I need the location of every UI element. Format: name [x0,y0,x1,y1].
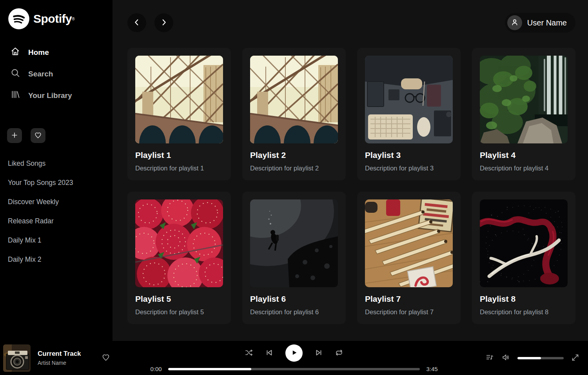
playlist-card[interactable]: Playlist 4 Description for playlist 4 [472,48,575,180]
play-button[interactable] [285,344,303,362]
volume-icon [501,353,510,363]
sidebar-playlist-item[interactable]: Discover Weekly [7,192,105,212]
spotify-logo-icon [8,8,30,30]
plus-icon [11,131,18,140]
sidebar-playlist-item[interactable]: Your Top Songs 2023 [7,173,105,192]
nav-label: Home [28,48,49,57]
playlist-title: Playlist 1 [135,150,223,160]
elapsed-time: 0:00 [149,366,163,372]
playlist-cover-desk-flatlay [365,56,453,143]
sidebar: Spotify® Home Search [0,0,113,341]
skip-forward-icon [314,348,323,358]
user-avatar [507,15,522,30]
playlist-cover-strawberries [135,199,223,287]
playlist-description: Description for playlist 3 [365,164,453,172]
create-playlist-button[interactable] [7,128,22,143]
playlist-title: Playlist 3 [365,150,453,160]
playlist-description: Description for playlist 6 [250,308,338,316]
total-time: 3:45 [425,366,439,372]
person-icon [510,18,519,28]
progress-bar[interactable] [168,368,420,370]
playlist-title: Playlist 5 [135,294,223,304]
now-playing: Current Track Artist Name [3,344,110,372]
repeat-button[interactable] [335,348,343,358]
brand-name: Spotify [33,12,72,25]
sidebar-playlist-item[interactable]: Release Radar [7,212,105,231]
progress-fill [168,368,251,370]
playlist-description: Description for playlist 2 [250,164,338,172]
nav-label: Your Library [28,91,72,100]
playlist-title: Playlist 4 [480,150,568,160]
sidebar-nav: Home Search Your Library [7,42,105,106]
shuffle-icon [245,348,253,358]
search-icon [10,68,20,80]
shuffle-button[interactable] [245,348,253,358]
playlist-description: Description for playlist 5 [135,308,223,316]
playlist-title: Playlist 6 [250,294,338,304]
playlist-cover-antler [480,199,568,287]
playlist-description: Description for playlist 7 [365,308,453,316]
player-bar: Current Track Artist Name [0,341,588,375]
nav-label: Search [28,70,53,78]
previous-button[interactable] [265,348,274,358]
playlist-description: Description for playlist 8 [480,308,568,316]
next-button[interactable] [314,348,323,358]
volume-button[interactable] [501,353,510,363]
playlist-cover-scuba-diver [250,199,338,287]
liked-songs-button[interactable] [31,128,45,143]
sidebar-playlist-item[interactable]: Liked Songs [7,154,105,173]
playlist-cover-wooden-rulers [365,199,453,287]
player-right-controls [485,353,579,363]
playlist-card[interactable]: Playlist 3 Description for playlist 3 [357,48,461,180]
playlist-card[interactable]: Playlist 2 Description for playlist 2 [242,48,346,180]
user-menu-button[interactable]: User Name [505,13,575,33]
user-name: User Name [527,18,567,27]
playlist-title: Playlist 2 [250,150,338,160]
playlist-card[interactable]: Playlist 5 Description for playlist 5 [127,192,231,324]
playlist-card[interactable]: Playlist 1 Description for playlist 1 [127,48,231,180]
track-title: Current Track [38,350,81,358]
heart-icon [102,353,110,363]
library-icon [10,89,20,101]
queue-icon [485,353,494,363]
queue-button[interactable] [485,353,494,363]
playlist-card[interactable]: Playlist 7 Description for playlist 7 [357,192,461,324]
nav-back-button[interactable] [127,13,146,32]
spotify-logo: Spotify® [8,8,105,30]
player-center: 0:00 3:45 [149,341,439,375]
playlist-description: Description for playlist 1 [135,164,223,172]
volume-fill [517,357,541,359]
sidebar-playlist-item[interactable]: Daily Mix 1 [7,231,105,250]
nav-forward-button[interactable] [154,13,173,32]
playlist-title: Playlist 8 [480,294,568,304]
playlist-card[interactable]: Playlist 8 Description for playlist 8 [472,192,575,324]
playlist-cover-waterfall [480,56,568,143]
playlist-cover-steel-bridge [250,56,338,143]
playlist-cover-steel-bridge [135,56,223,143]
repeat-icon [335,348,343,358]
fullscreen-button[interactable] [571,353,579,363]
nav-item-home[interactable]: Home [7,42,105,63]
nav-item-library[interactable]: Your Library [7,85,105,106]
sidebar-actions [7,128,105,143]
like-track-button[interactable] [102,353,110,363]
playlist-description: Description for playlist 4 [480,164,568,172]
progress-row: 0:00 3:45 [149,366,439,372]
vintage-camera-art [3,344,31,372]
topbar: User Name [127,13,575,33]
main-content: User Name [113,0,588,341]
brand-trademark: ® [72,17,74,21]
nav-item-search[interactable]: Search [7,63,105,85]
chevron-right-icon [160,18,168,28]
sidebar-playlist-item[interactable]: Daily Mix 2 [7,250,105,269]
track-info: Current Track Artist Name [38,350,81,366]
home-icon [10,46,20,58]
track-artist: Artist Name [38,360,81,366]
playback-controls [245,344,343,362]
playlist-grid: Playlist 1 Description for playlist 1 [127,48,575,324]
volume-slider[interactable] [517,357,564,359]
chevron-left-icon [132,18,141,28]
sidebar-playlists: Liked Songs Your Top Songs 2023 Discover… [7,154,105,269]
app-window: Spotify® Home Search [0,0,588,375]
playlist-card[interactable]: Playlist 6 Description for playlist 6 [242,192,346,324]
